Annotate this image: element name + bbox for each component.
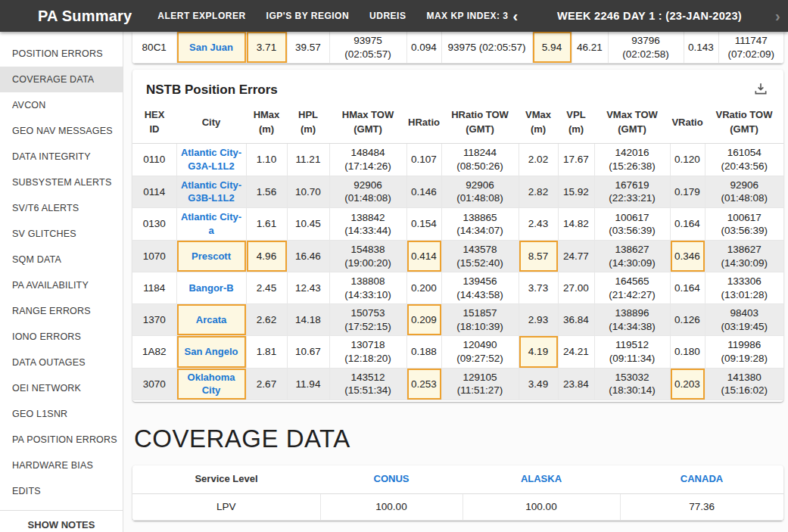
sidebar-item-geo-l1snr[interactable]: GEO L1SNR bbox=[0, 401, 123, 427]
table-cell: 100617(03:56:39) bbox=[705, 208, 783, 241]
table-cell: LPV bbox=[132, 494, 320, 521]
coverage-column-alaska[interactable]: ALASKA bbox=[463, 465, 620, 493]
table-cell: 138865(14:34:07) bbox=[441, 208, 519, 241]
sidebar-item-avcon[interactable]: AVCON bbox=[0, 92, 123, 118]
table-cell: 100.00 bbox=[463, 494, 620, 521]
table-cell: 154838(19:00:20) bbox=[329, 241, 406, 272]
table-cell: 93796(02:02:58) bbox=[608, 32, 684, 64]
chevron-left-icon[interactable]: ‹ bbox=[508, 8, 522, 23]
week-label[interactable]: WEEK 2246 DAY 1 : (23-JAN-2023) bbox=[557, 10, 742, 22]
table-cell: 119986(09:19:28) bbox=[705, 336, 783, 368]
table-cell: 0.253 bbox=[406, 368, 441, 400]
city-cell[interactable]: San Angelo bbox=[176, 336, 246, 368]
sidebar-item-coverage-data[interactable]: COVERAGE DATA bbox=[0, 67, 123, 92]
city-cell[interactable]: Atlantic City-G3B-L1L2 bbox=[176, 176, 246, 208]
table-cell: 0.094 bbox=[406, 32, 441, 64]
coverage-header-row: Service LevelCONUSALASKACANADA bbox=[132, 465, 783, 493]
table-cell: 2.45 bbox=[246, 272, 287, 304]
table-cell: 8.57 bbox=[519, 241, 558, 272]
table-cell: 0.188 bbox=[406, 336, 441, 368]
table-cell: 138808(14:33:10) bbox=[329, 272, 406, 304]
table-cell: 93975 (02:05:57) bbox=[441, 32, 532, 64]
city-link[interactable]: San Juan bbox=[189, 42, 233, 53]
sidebar-item-pa-position-errors[interactable]: PA POSITION ERRORS bbox=[0, 427, 123, 453]
coverage-column-canada[interactable]: CANADA bbox=[620, 465, 783, 493]
sidebar-item-iono-errors[interactable]: IONO ERRORS bbox=[0, 324, 123, 350]
column-header: HRatio bbox=[406, 102, 441, 143]
nstb-position-errors-table: HEXIDCityHMax(m)HPL(m)HMax TOW(GMT)HRati… bbox=[132, 102, 783, 400]
city-cell[interactable]: San Juan bbox=[176, 32, 246, 64]
sidebar-item-sv-t6-alerts[interactable]: SV/T6 ALERTS bbox=[0, 195, 123, 221]
chevron-right-icon[interactable]: › bbox=[771, 8, 785, 23]
sidebar-item-data-integrity[interactable]: DATA INTEGRITY bbox=[0, 144, 123, 170]
table-cell: 164565(21:42:27) bbox=[594, 272, 670, 304]
city-cell[interactable]: Oklahoma City bbox=[176, 368, 246, 400]
table-cell: 2.93 bbox=[519, 304, 558, 336]
column-header: HMax TOW(GMT) bbox=[329, 102, 406, 143]
coverage-data-card: Service LevelCONUSALASKACANADA LPV100.00… bbox=[132, 465, 783, 520]
previous-position-errors-table: 80C1San Juan3.7139.5793975(02:05:57)0.09… bbox=[132, 32, 783, 64]
topbar-nav-item[interactable]: MAX KP INDEX: 3 bbox=[426, 11, 508, 21]
table-cell: 0.164 bbox=[670, 208, 705, 241]
column-header: VMax TOW(GMT) bbox=[594, 102, 670, 143]
topbar-nav-item[interactable]: IGP'S BY REGION bbox=[266, 11, 350, 21]
topbar-nav: ALERT EXPLORERIGP'S BY REGIONUDREISMAX K… bbox=[157, 11, 508, 21]
table-cell: 0.179 bbox=[670, 176, 705, 208]
column-header: VPL(m) bbox=[558, 102, 594, 143]
sidebar-item-subsystem-alerts[interactable]: SUBSYSTEM ALERTS bbox=[0, 170, 123, 195]
coverage-column-conus[interactable]: CONUS bbox=[320, 465, 463, 493]
city-link[interactable]: Bangor-B bbox=[188, 282, 233, 294]
sidebar-item-sqm-data[interactable]: SQM DATA bbox=[0, 247, 123, 272]
table-cell: 10.67 bbox=[287, 336, 329, 368]
table-row: 0130Atlantic City-a1.6110.45138842(14:33… bbox=[132, 208, 783, 241]
sidebar-item-geo-nav-messages[interactable]: GEO NAV MESSAGES bbox=[0, 118, 123, 144]
table-row: 0110Atlantic City-G3A-L1L21.1011.2114848… bbox=[132, 143, 783, 176]
topbar-nav-item[interactable]: UDREIS bbox=[369, 11, 406, 21]
table-cell: 1.56 bbox=[246, 176, 287, 208]
city-link[interactable]: San Angelo bbox=[184, 346, 238, 357]
table-row: 80C1San Juan3.7139.5793975(02:05:57)0.09… bbox=[132, 32, 783, 64]
column-header: City bbox=[176, 102, 246, 143]
download-icon[interactable] bbox=[750, 79, 771, 101]
table-cell: 23.84 bbox=[558, 368, 594, 400]
table-cell: 3.71 bbox=[246, 32, 287, 64]
sidebar-item-range-errors[interactable]: RANGE ERRORS bbox=[0, 298, 123, 324]
city-link[interactable]: Oklahoma City bbox=[188, 372, 235, 397]
table-cell: 24.77 bbox=[558, 241, 594, 272]
city-cell[interactable]: Arcata bbox=[176, 304, 246, 336]
sidebar-item-edits[interactable]: EDITS bbox=[0, 478, 123, 504]
table-cell: 46.21 bbox=[572, 32, 608, 64]
table-cell: 1070 bbox=[132, 241, 176, 272]
sidebar-item-sv-glitches[interactable]: SV GLITCHES bbox=[0, 221, 123, 247]
coverage-data-heading: COVERAGE DATA bbox=[134, 425, 783, 453]
sidebar-item-data-outages[interactable]: DATA OUTAGES bbox=[0, 350, 123, 375]
show-notes-button[interactable]: SHOW NOTES bbox=[0, 510, 123, 532]
city-cell[interactable]: Atlantic City-a bbox=[176, 208, 246, 241]
table-cell: 1370 bbox=[132, 304, 176, 336]
city-link[interactable]: Atlantic City-G3A-L1L2 bbox=[181, 147, 241, 172]
city-cell[interactable]: Atlantic City-G3A-L1L2 bbox=[176, 143, 246, 176]
city-cell[interactable]: Prescott bbox=[176, 241, 246, 272]
table-cell: 1.10 bbox=[246, 143, 287, 176]
table-cell: 0.200 bbox=[406, 272, 441, 304]
sidebar-item-position-errors[interactable]: POSITION ERRORS bbox=[0, 41, 123, 67]
topbar-nav-item[interactable]: ALERT EXPLORER bbox=[157, 11, 245, 21]
table-cell: 39.57 bbox=[287, 32, 329, 64]
city-link[interactable]: Atlantic City-G3B-L1L2 bbox=[181, 179, 241, 204]
table-row: 0114Atlantic City-G3B-L1L21.5610.7092906… bbox=[132, 176, 783, 208]
sidebar-item-hardware-bias[interactable]: HARDWARE BIAS bbox=[0, 453, 123, 478]
table-cell: 92906(01:48:08) bbox=[441, 176, 519, 208]
table-cell: 92906(01:48:08) bbox=[705, 176, 783, 208]
sidebar-item-oei-network[interactable]: OEI NETWORK bbox=[0, 375, 123, 401]
city-link[interactable]: Atlantic City-a bbox=[181, 211, 241, 236]
sidebar-item-pa-availability[interactable]: PA AVAILABILITY bbox=[0, 272, 123, 298]
sidebar-items: POSITION ERRORSCOVERAGE DATAAVCONGEO NAV… bbox=[0, 32, 123, 504]
table-cell: 15.92 bbox=[558, 176, 594, 208]
table-cell: 14.82 bbox=[558, 208, 594, 241]
city-link[interactable]: Arcata bbox=[196, 314, 226, 325]
table-cell: 0.107 bbox=[406, 143, 441, 176]
table-cell: 27.00 bbox=[558, 272, 594, 304]
table-cell: 142016(15:26:38) bbox=[594, 143, 670, 176]
city-link[interactable]: Prescott bbox=[192, 250, 231, 262]
city-cell[interactable]: Bangor-B bbox=[176, 272, 246, 304]
